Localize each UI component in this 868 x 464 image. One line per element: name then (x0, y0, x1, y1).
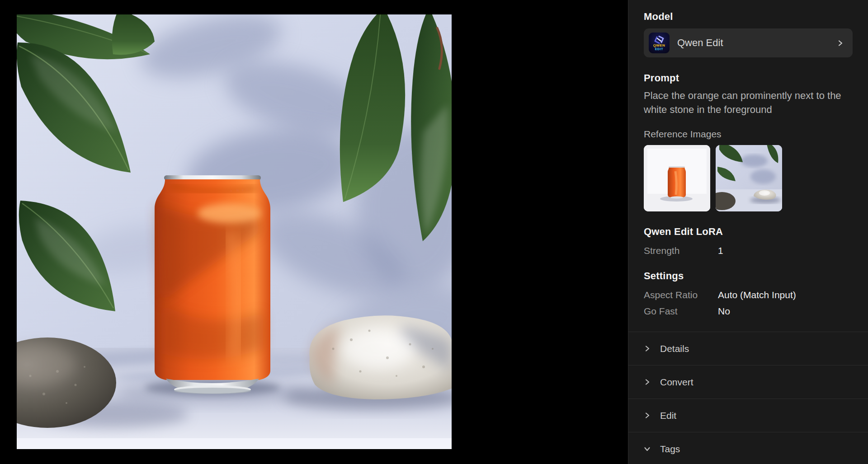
section-title: Tags (660, 444, 680, 455)
section-title: Edit (660, 410, 676, 421)
section-edit[interactable]: Edit (628, 398, 868, 432)
model-card[interactable]: QWEN EDIT Qwen Edit (644, 28, 853, 57)
section-convert[interactable]: Convert (628, 365, 868, 398)
generated-image-scene (17, 14, 452, 449)
chevron-down-icon (644, 445, 651, 452)
reference-thumbnail-can[interactable] (644, 145, 710, 211)
strength-value: 1 (718, 245, 723, 256)
main-image (17, 14, 452, 449)
collapsible-sections: Details Convert Edit Tags (628, 332, 868, 464)
prompt-section-label: Prompt (644, 72, 853, 84)
reference-images-label: Reference Images (644, 129, 853, 140)
chevron-right-icon (837, 40, 844, 47)
section-details[interactable]: Details (628, 332, 868, 365)
reference-thumbnail-scene[interactable] (716, 145, 782, 211)
go-fast-row: Go Fast No (644, 306, 853, 317)
strength-label: Strength (644, 245, 718, 256)
generation-info-panel: Model QWEN EDIT Qwen Edit Prompt Place t… (628, 0, 868, 464)
reference-images-row (644, 145, 853, 211)
prompt-text: Place the orange can prominently next to… (644, 89, 853, 117)
aspect-ratio-label: Aspect Ratio (644, 290, 718, 300)
qwen-logo-icon (654, 36, 665, 44)
lora-section-label: Qwen Edit LoRA (644, 226, 853, 238)
section-title: Convert (660, 377, 693, 388)
section-tags[interactable]: Tags (628, 432, 868, 464)
go-fast-label: Go Fast (644, 306, 718, 317)
chevron-right-icon (644, 379, 651, 385)
chevron-right-icon (644, 412, 651, 419)
model-section-label: Model (644, 0, 853, 23)
viewer-canvas (0, 0, 628, 464)
aspect-ratio-row: Aspect Ratio Auto (Match Input) (644, 290, 853, 300)
go-fast-value: No (718, 306, 730, 317)
qwen-icon-text: QWEN (653, 44, 665, 47)
settings-section-label: Settings (644, 270, 853, 282)
qwen-edit-model-icon: QWEN EDIT (649, 33, 670, 53)
qwen-icon-subtext: EDIT (655, 47, 663, 51)
lora-strength-row: Strength 1 (644, 245, 853, 256)
aspect-ratio-value: Auto (Match Input) (718, 290, 796, 300)
chevron-right-icon (644, 345, 651, 352)
model-name: Qwen Edit (677, 37, 837, 49)
section-title: Details (660, 343, 689, 354)
